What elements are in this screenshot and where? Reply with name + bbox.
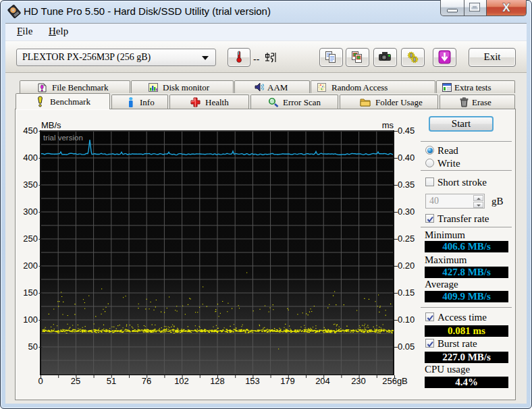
svg-text:0.30: 0.30 (398, 207, 415, 217)
svg-text:0.15: 0.15 (398, 288, 415, 298)
svg-text:0.45: 0.45 (398, 126, 415, 136)
svg-text:0.10: 0.10 (398, 315, 415, 325)
svg-text:100: 100 (23, 315, 38, 325)
svg-text:102: 102 (174, 376, 189, 386)
svg-text:250: 250 (23, 234, 38, 244)
svg-text:76: 76 (142, 376, 151, 386)
svg-text:MB/s: MB/s (41, 120, 61, 130)
svg-text:0.40: 0.40 (398, 153, 415, 163)
svg-text:ms: ms (382, 120, 394, 130)
svg-text:350: 350 (23, 180, 38, 190)
svg-text:0.05: 0.05 (398, 342, 415, 352)
svg-text:0.35: 0.35 (398, 180, 415, 190)
svg-text:230: 230 (351, 376, 366, 386)
svg-text:200: 200 (23, 261, 38, 271)
svg-text:0.25: 0.25 (398, 234, 415, 244)
svg-text:25: 25 (71, 376, 80, 386)
svg-text:300: 300 (23, 207, 38, 217)
svg-text:400: 400 (23, 153, 38, 163)
svg-text:trial version: trial version (43, 134, 83, 142)
svg-text:179: 179 (280, 376, 295, 386)
svg-text:450: 450 (23, 126, 38, 136)
svg-text:204: 204 (315, 376, 330, 386)
svg-text:153: 153 (245, 376, 260, 386)
svg-text:50: 50 (28, 342, 38, 352)
svg-text:0.20: 0.20 (398, 261, 415, 271)
svg-text:150: 150 (23, 288, 38, 298)
